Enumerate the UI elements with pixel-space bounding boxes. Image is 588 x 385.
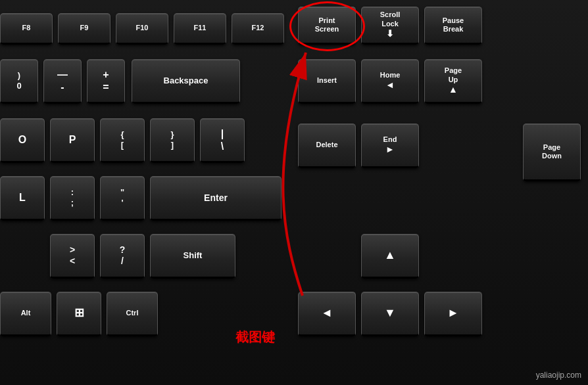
key-f12-label: F12 xyxy=(252,24,264,32)
key-f12[interactable]: F12 xyxy=(232,13,284,45)
key-rbrace-bot: ] xyxy=(171,140,174,150)
key-end-symbol: ► xyxy=(385,144,395,155)
key-right-arrow[interactable]: ► xyxy=(424,292,482,336)
jietu-text: 截图键 xyxy=(235,330,275,344)
key-home-label: Home xyxy=(380,71,401,79)
key-right-shift[interactable]: Shift xyxy=(150,234,235,279)
key-down-arrow-symbol: ▼ xyxy=(384,306,396,321)
key-shift-label: Shift xyxy=(184,250,203,261)
key-pause-line2: Break xyxy=(443,25,464,34)
key-right-bracket[interactable]: } ] xyxy=(150,118,195,163)
key-0-bot: 0 xyxy=(16,81,21,91)
key-minus[interactable]: — - xyxy=(43,59,82,104)
key-up-arrow-symbol: ▲ xyxy=(384,248,396,263)
key-scrlk-line2: Lock xyxy=(381,20,399,28)
key-pause-line1: Pause xyxy=(443,16,464,25)
key-semicolon-char: ; xyxy=(71,198,74,208)
key-minus-bot: - xyxy=(61,81,64,93)
key-backslash[interactable]: | \ xyxy=(200,118,245,163)
key-lbrace-bot: [ xyxy=(121,140,124,150)
key-less-than[interactable]: > < xyxy=(50,234,95,279)
key-f8[interactable]: F8 xyxy=(0,13,53,45)
key-f10[interactable]: F10 xyxy=(116,13,168,45)
key-f11-label: F11 xyxy=(194,24,207,32)
key-f8-label: F8 xyxy=(22,24,31,32)
key-p[interactable]: P xyxy=(50,118,95,163)
key-slash[interactable]: ? / xyxy=(100,234,145,279)
key-left-arrow-symbol: ◄ xyxy=(321,306,333,321)
key-less: < xyxy=(70,256,75,267)
key-scrlk-line1: Scroll xyxy=(380,11,401,19)
key-p-label: P xyxy=(69,133,76,146)
key-pgdn-line1: Page xyxy=(543,143,560,152)
key-dquote: " xyxy=(120,187,124,198)
key-win-symbol: ⊞ xyxy=(74,306,84,321)
key-0-top: ) xyxy=(18,70,20,81)
key-prtsc-line1: Print xyxy=(318,16,335,25)
watermark: yaliaojip.com xyxy=(536,371,581,380)
key-pause-break[interactable]: Pause Break xyxy=(424,7,482,45)
key-right-arrow-symbol: ► xyxy=(447,306,459,321)
key-right-ctrl[interactable]: Ctrl xyxy=(107,292,158,336)
key-enter-label: Enter xyxy=(204,192,228,204)
key-equal-bot: = xyxy=(103,81,109,93)
key-enter[interactable]: Enter xyxy=(150,176,282,221)
key-win[interactable]: ⊞ xyxy=(57,292,101,336)
key-l[interactable]: L xyxy=(0,176,45,221)
key-backslash-char: \ xyxy=(221,140,224,152)
key-left-bracket[interactable]: { [ xyxy=(100,118,145,163)
key-greater: > xyxy=(70,244,75,256)
watermark-text: yaliaojip.com xyxy=(536,371,581,380)
key-down-arrow[interactable]: ▼ xyxy=(361,292,419,336)
key-o-label: O xyxy=(18,133,26,146)
key-insert-label: Insert xyxy=(317,76,337,85)
key-delete-label: Delete xyxy=(316,141,337,149)
key-f9[interactable]: F9 xyxy=(58,13,110,45)
key-alt-label: Alt xyxy=(21,309,31,317)
key-slash-char: / xyxy=(121,256,124,267)
key-pgup-line2: Up xyxy=(449,76,458,84)
key-pgup-line1: Page xyxy=(445,66,462,75)
key-page-down[interactable]: Page Down xyxy=(523,124,581,181)
key-pgup-symbol: ▲ xyxy=(449,84,458,95)
key-equal-top: + xyxy=(103,68,109,81)
key-squote: ' xyxy=(121,198,123,208)
key-end[interactable]: End ► xyxy=(361,124,419,168)
key-page-up[interactable]: Page Up ▲ xyxy=(424,59,482,104)
key-semicolon[interactable]: : ; xyxy=(50,176,95,221)
key-colon: : xyxy=(71,187,74,198)
key-print-screen[interactable]: Print Screen xyxy=(298,7,356,45)
key-pipe: | xyxy=(221,127,224,140)
key-l-label: L xyxy=(19,191,26,204)
key-up-arrow[interactable]: ▲ xyxy=(361,234,419,279)
key-backspace-label: Backspace xyxy=(164,76,208,86)
key-o[interactable]: O xyxy=(0,118,45,163)
key-f10-label: F10 xyxy=(136,24,149,32)
key-question: ? xyxy=(120,244,126,256)
key-end-label: End xyxy=(383,135,397,144)
key-scroll-lock[interactable]: Scroll Lock ⬇ xyxy=(361,7,419,45)
key-home-symbol: ◄ xyxy=(385,79,395,91)
key-0[interactable]: ) 0 xyxy=(0,59,38,104)
key-equal[interactable]: + = xyxy=(87,59,125,104)
key-right-alt[interactable]: Alt xyxy=(0,292,51,336)
key-minus-top: — xyxy=(57,68,68,81)
key-lbrace-top: { xyxy=(120,129,124,140)
key-left-arrow[interactable]: ◄ xyxy=(298,292,356,336)
key-delete[interactable]: Delete xyxy=(298,124,356,168)
key-backspace[interactable]: Backspace xyxy=(132,59,240,104)
key-f9-label: F9 xyxy=(80,24,89,32)
key-ctrl-label: Ctrl xyxy=(126,309,139,317)
key-f11[interactable]: F11 xyxy=(174,13,226,45)
key-rbrace-top: } xyxy=(170,129,174,140)
jietu-label: 截图键 xyxy=(235,328,275,346)
key-quote[interactable]: " ' xyxy=(100,176,145,221)
key-pgdn-line2: Down xyxy=(542,152,562,160)
keyboard-background: F8 F9 F10 F11 F12 Print Screen Scroll Lo… xyxy=(0,0,588,385)
key-home[interactable]: Home ◄ xyxy=(361,59,419,104)
key-prtsc-line2: Screen xyxy=(315,25,339,34)
key-insert[interactable]: Insert xyxy=(298,59,356,104)
